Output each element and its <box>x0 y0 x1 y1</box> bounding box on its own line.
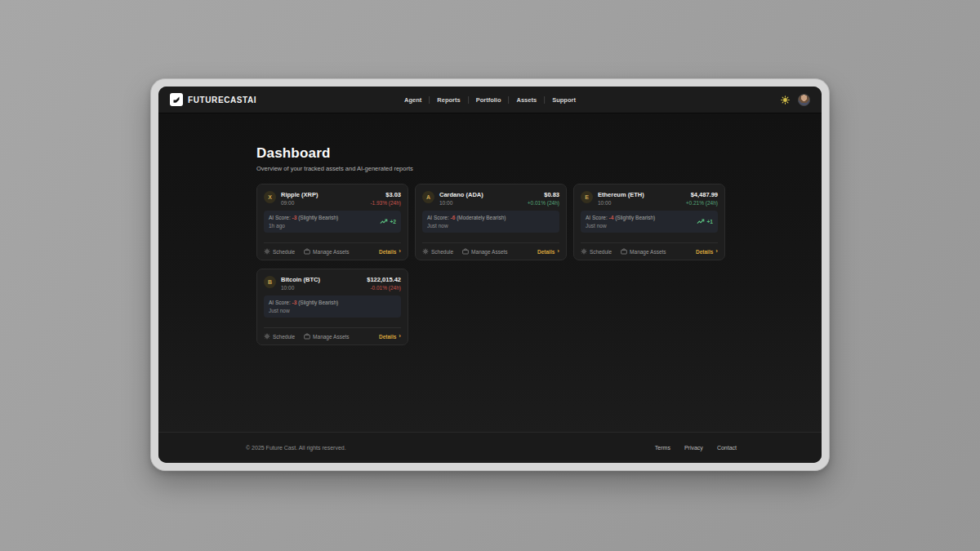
asset-price: $122,015.42 <box>367 276 401 283</box>
chevron-right-icon: › <box>557 248 559 255</box>
schedule-label: Schedule <box>273 249 295 255</box>
manage-assets-button[interactable]: Manage Assets <box>304 248 349 255</box>
ai-score-row: AI Score: -4 (Slightly Bearish) Just now <box>581 211 718 233</box>
trend-badge: +1 <box>697 219 713 224</box>
footer-link-contact[interactable]: Contact <box>717 445 737 451</box>
nav-separator <box>468 96 469 104</box>
ai-score-row: AI Score: -6 (Moderately Bearish) Just n… <box>422 211 559 233</box>
page-title: Dashboard <box>256 145 822 162</box>
footer-links: Terms Privacy Contact <box>655 445 737 451</box>
card-header: X Ripple (XRP) 09:00 $3.03 -1.93% (24h) <box>264 191 401 206</box>
copyright-text: © 2025 Future Cast. All rights reserved. <box>246 445 346 451</box>
nav-item-reports[interactable]: Reports <box>437 96 460 104</box>
ai-score-sentiment: (Moderately Bearish) <box>457 215 506 220</box>
app-window: FUTURECASTAI Agent Reports Portfolio Ass… <box>158 87 822 463</box>
nav-separator <box>429 96 430 104</box>
brand-name: FUTURECASTAI <box>188 96 256 104</box>
nav-separator <box>544 96 545 104</box>
main-nav: Agent Reports Portfolio Assets Support <box>404 87 576 113</box>
brand-logo-icon <box>170 93 183 106</box>
sun-icon[interactable] <box>781 96 790 104</box>
manage-assets-label: Manage Assets <box>313 249 349 255</box>
schedule-label: Schedule <box>431 249 453 255</box>
chevron-right-icon: › <box>399 248 401 255</box>
ai-score-row: AI Score: -3 (Slightly Bearish) Just now <box>264 295 401 318</box>
trending-up-icon <box>697 219 705 224</box>
asset-change: -1.93% (24h) <box>370 200 401 206</box>
user-avatar[interactable] <box>798 94 810 106</box>
card-actions: Schedule Manage Assets Details <box>264 242 401 255</box>
details-button[interactable]: Details › <box>379 248 401 255</box>
details-label: Details <box>379 334 396 340</box>
asset-time: 09:00 <box>281 200 318 206</box>
asset-initial-badge: E <box>581 191 593 203</box>
manage-assets-button[interactable]: Manage Assets <box>621 248 666 255</box>
manage-assets-button[interactable]: Manage Assets <box>304 333 349 340</box>
asset-price: $3.03 <box>370 191 401 198</box>
card-actions: Schedule Manage Assets Details <box>422 242 559 255</box>
asset-change: -0.01% (24h) <box>367 285 401 291</box>
ai-score-value: -3 <box>292 300 297 305</box>
details-label: Details <box>537 249 555 255</box>
asset-card-ethereum: E Ethereum (ETH) 10:00 $4,487.99 +0.21% … <box>573 184 725 260</box>
manage-assets-label: Manage Assets <box>313 334 349 340</box>
nav-item-assets[interactable]: Assets <box>517 96 537 104</box>
ai-score-value: -4 <box>609 215 614 220</box>
nav-item-agent[interactable]: Agent <box>404 96 421 104</box>
gear-icon <box>264 333 270 340</box>
card-header: A Cardano (ADA) 10:00 $0.83 +0.01% (24h) <box>422 191 559 206</box>
nav-item-portfolio[interactable]: Portfolio <box>476 96 501 104</box>
ai-score-updated: Just now <box>586 223 655 229</box>
briefcase-icon <box>304 333 310 340</box>
schedule-button[interactable]: Schedule <box>422 248 453 255</box>
trending-up-icon <box>380 219 388 224</box>
schedule-button[interactable]: Schedule <box>581 248 612 255</box>
footer-link-privacy[interactable]: Privacy <box>684 445 703 451</box>
schedule-label: Schedule <box>590 249 612 255</box>
asset-time: 10:00 <box>281 285 320 291</box>
asset-time: 10:00 <box>598 200 644 206</box>
asset-name: Ripple (XRP) <box>281 191 318 198</box>
nav-separator <box>509 96 510 104</box>
details-label: Details <box>379 249 396 255</box>
ai-score-label: AI Score: <box>269 300 291 305</box>
gear-icon <box>581 248 587 255</box>
details-button[interactable]: Details › <box>696 248 718 255</box>
trend-value: +2 <box>390 219 396 224</box>
ai-score-updated: Just now <box>427 223 506 229</box>
manage-assets-button[interactable]: Manage Assets <box>462 248 507 255</box>
ai-score-updated: 1h ago <box>269 223 338 229</box>
briefcase-icon <box>462 248 469 255</box>
brand: FUTURECASTAI <box>170 93 256 106</box>
footer-link-terms[interactable]: Terms <box>655 445 670 451</box>
asset-initial-badge: B <box>264 276 276 288</box>
nav-item-support[interactable]: Support <box>552 96 576 104</box>
briefcase-icon <box>621 248 627 255</box>
ai-score-label: AI Score: <box>269 215 291 220</box>
ai-score-sentiment: (Slightly Bearish) <box>298 215 338 220</box>
details-label: Details <box>696 249 713 255</box>
card-actions: Schedule Manage Assets Details <box>581 242 718 255</box>
manage-assets-label: Manage Assets <box>471 249 507 255</box>
details-button[interactable]: Details › <box>537 248 559 255</box>
ai-score-label: AI Score: <box>427 215 449 220</box>
card-header: B Bitcoin (BTC) 10:00 $122,015.42 -0.01%… <box>264 276 401 291</box>
schedule-button[interactable]: Schedule <box>264 248 295 255</box>
asset-card-grid: X Ripple (XRP) 09:00 $3.03 -1.93% (24h) <box>256 184 725 345</box>
ai-score-label: AI Score: <box>586 215 608 220</box>
app-header: FUTURECASTAI Agent Reports Portfolio Ass… <box>158 87 822 113</box>
details-button[interactable]: Details › <box>379 333 401 340</box>
trend-badge: +2 <box>380 219 396 224</box>
ai-score-value: -3 <box>292 215 297 220</box>
ai-score-value: -6 <box>451 215 456 220</box>
schedule-button[interactable]: Schedule <box>264 333 295 340</box>
asset-card-bitcoin: B Bitcoin (BTC) 10:00 $122,015.42 -0.01%… <box>256 269 408 345</box>
manage-assets-label: Manage Assets <box>630 249 666 255</box>
page-background: FUTURECASTAI Agent Reports Portfolio Ass… <box>0 0 980 551</box>
asset-initial-badge: X <box>264 191 276 203</box>
dashboard-main: Dashboard Overview of your tracked asset… <box>158 113 822 432</box>
card-header: E Ethereum (ETH) 10:00 $4,487.99 +0.21% … <box>581 191 718 206</box>
page-subtitle: Overview of your tracked assets and AI-g… <box>256 165 822 172</box>
asset-name: Cardano (ADA) <box>439 191 483 198</box>
asset-card-ripple: X Ripple (XRP) 09:00 $3.03 -1.93% (24h) <box>256 184 408 260</box>
